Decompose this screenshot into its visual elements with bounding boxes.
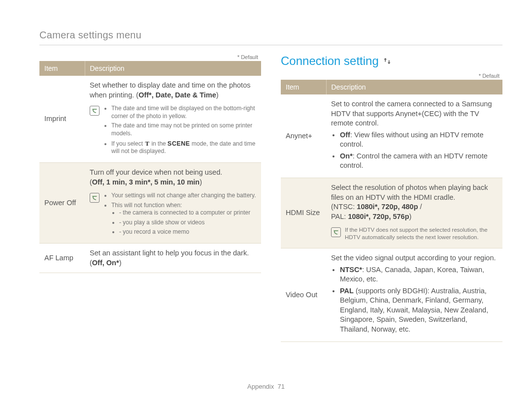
- col-header-desc: Description: [85, 61, 261, 76]
- page-title: Camera settings menu: [39, 30, 502, 45]
- imprint-opts: Off*, Date, Date & Time: [138, 91, 216, 99]
- settings-table-left: Item Description Imprint Set whether to …: [39, 61, 261, 273]
- aflamp-desc: Set an assistant light to help you focus…: [90, 248, 256, 258]
- note-list: If the HDTV does not support the selecte…: [345, 226, 498, 243]
- anynet-desc: Set to control the camera connected to a…: [331, 99, 498, 128]
- video-desc: Set the video signal output according to…: [331, 253, 498, 263]
- col-header-item: Item: [281, 80, 326, 94]
- note-icon: [331, 227, 341, 237]
- table-row: Power Off Turn off your device when not …: [39, 162, 261, 243]
- note-icon: [90, 193, 100, 203]
- item-hdmi: HDMI Size: [281, 178, 326, 248]
- table-row: Anynet+ Set to control the camera connec…: [281, 94, 502, 178]
- table-row: AF Lamp Set an assistant light to help y…: [39, 244, 261, 273]
- default-note-left: * Default: [39, 54, 261, 60]
- swap-icon: [383, 57, 392, 65]
- item-imprint: Imprint: [39, 76, 85, 162]
- col-header-desc: Description: [326, 80, 502, 94]
- aflamp-opts: Off, On*: [92, 259, 119, 267]
- table-row: Imprint Set whether to display date and …: [39, 76, 261, 162]
- table-row: HDMI Size Select the resolution of photo…: [281, 178, 502, 248]
- note-list: Your settings will not change after chan…: [103, 192, 256, 238]
- section-title-connection: Connection setting: [281, 54, 502, 68]
- item-poweroff: Power Off: [39, 162, 85, 243]
- item-aflamp: AF Lamp: [39, 244, 85, 273]
- scene-label: SCENE: [167, 140, 190, 147]
- poweroff-desc: Turn off your device when not being used…: [90, 168, 256, 178]
- note-list: The date and time will be displayed on t…: [103, 105, 256, 157]
- item-anynet: Anynet+: [281, 94, 326, 178]
- table-row: Video Out Set the video signal output ac…: [281, 248, 502, 342]
- poweroff-opts: Off, 1 min, 3 min*, 5 min, 10 min: [92, 178, 200, 186]
- default-note-right: * Default: [281, 73, 502, 79]
- settings-table-right: Item Description Anynet+ Set to control …: [281, 80, 502, 342]
- hdmi-desc: Select the resolution of photos when pla…: [331, 183, 498, 202]
- item-video: Video Out: [281, 248, 326, 342]
- t-icon: T: [144, 140, 150, 148]
- note-icon: [90, 106, 100, 116]
- page-footer: Appendix 71: [0, 383, 532, 390]
- col-header-item: Item: [39, 61, 85, 76]
